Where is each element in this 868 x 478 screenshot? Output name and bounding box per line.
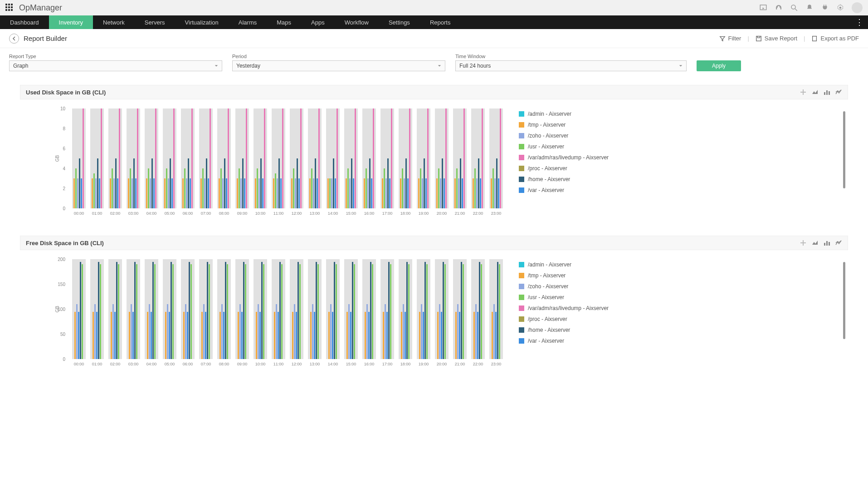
bar[interactable] xyxy=(349,178,351,208)
nav-item-settings[interactable]: Settings xyxy=(379,15,420,29)
bar-chart-icon[interactable] xyxy=(823,239,830,246)
bar[interactable] xyxy=(297,262,299,360)
bar[interactable] xyxy=(76,304,78,359)
nav-item-virtualization[interactable]: Virtualization xyxy=(175,15,229,29)
bar[interactable] xyxy=(440,178,441,208)
bar[interactable] xyxy=(97,158,98,208)
bar[interactable] xyxy=(403,304,404,359)
add-icon[interactable] xyxy=(800,89,807,96)
bar[interactable] xyxy=(317,264,319,359)
bar[interactable] xyxy=(298,178,300,208)
bar[interactable] xyxy=(182,178,184,208)
bar[interactable] xyxy=(245,264,246,359)
bar[interactable] xyxy=(200,178,202,208)
bar[interactable] xyxy=(256,312,257,360)
bar[interactable] xyxy=(385,178,387,208)
bar[interactable] xyxy=(368,312,370,360)
bar[interactable] xyxy=(259,312,261,360)
bar[interactable] xyxy=(173,108,175,208)
nav-more-icon[interactable]: ⋮ xyxy=(851,15,868,29)
bar[interactable] xyxy=(367,178,369,208)
bar[interactable] xyxy=(261,262,263,360)
bar[interactable] xyxy=(355,108,356,208)
bar[interactable] xyxy=(238,312,239,360)
bar[interactable] xyxy=(204,178,205,208)
bar[interactable] xyxy=(201,312,203,360)
nav-item-apps[interactable]: Apps xyxy=(301,15,335,29)
bar[interactable] xyxy=(237,178,238,208)
bar[interactable] xyxy=(457,304,458,359)
bar[interactable] xyxy=(279,262,281,360)
bar[interactable] xyxy=(117,178,118,208)
bar[interactable] xyxy=(443,262,444,360)
bar[interactable] xyxy=(331,178,332,208)
bar[interactable] xyxy=(239,168,240,208)
bar[interactable] xyxy=(294,304,295,359)
bar[interactable] xyxy=(151,312,152,360)
bar[interactable] xyxy=(500,108,501,208)
bar[interactable] xyxy=(98,262,99,360)
bar[interactable] xyxy=(79,158,80,208)
legend-item[interactable]: /tmp - Aixserver xyxy=(519,270,839,281)
bar[interactable] xyxy=(151,158,153,208)
bar[interactable] xyxy=(426,264,428,359)
bar[interactable] xyxy=(208,178,209,208)
bar[interactable] xyxy=(185,304,186,359)
bar[interactable] xyxy=(373,108,374,208)
bar[interactable] xyxy=(385,304,386,359)
bar[interactable] xyxy=(171,178,173,208)
bar[interactable] xyxy=(317,178,318,208)
bar[interactable] xyxy=(152,262,154,360)
bar[interactable] xyxy=(348,304,350,359)
bar[interactable] xyxy=(335,178,336,208)
bar[interactable] xyxy=(82,264,83,359)
legend-scrollbar[interactable] xyxy=(843,111,845,188)
bar[interactable] xyxy=(150,178,151,208)
bar[interactable] xyxy=(463,108,465,208)
bar[interactable] xyxy=(133,158,135,208)
bar[interactable] xyxy=(390,264,391,359)
bar[interactable] xyxy=(423,312,424,360)
bar[interactable] xyxy=(475,304,477,359)
bar[interactable] xyxy=(83,108,84,208)
bar[interactable] xyxy=(492,312,493,360)
nav-item-dashboard[interactable]: Dashboard xyxy=(0,15,49,29)
bar[interactable] xyxy=(353,178,354,208)
bar[interactable] xyxy=(111,312,112,360)
bar[interactable] xyxy=(223,312,224,360)
bar[interactable] xyxy=(112,168,113,208)
bar[interactable] xyxy=(228,108,229,208)
legend-item[interactable]: /home - Aixserver xyxy=(519,174,839,185)
bar[interactable] xyxy=(346,312,348,360)
bar[interactable] xyxy=(491,178,492,208)
bar[interactable] xyxy=(137,108,138,208)
apps-grid-icon[interactable] xyxy=(5,4,14,12)
bar[interactable] xyxy=(113,178,115,208)
bar[interactable] xyxy=(280,178,282,208)
bar[interactable] xyxy=(441,312,442,360)
area-chart-icon[interactable] xyxy=(811,89,819,96)
legend-item[interactable]: /var - Aixserver xyxy=(519,335,839,346)
bar[interactable] xyxy=(425,178,427,208)
bar[interactable] xyxy=(316,262,317,360)
bar[interactable] xyxy=(165,312,166,360)
bar[interactable] xyxy=(498,178,499,208)
bar[interactable] xyxy=(336,108,338,208)
bar[interactable] xyxy=(333,158,334,208)
bar[interactable] xyxy=(154,264,156,359)
bar[interactable] xyxy=(187,312,188,360)
bar[interactable] xyxy=(364,178,365,208)
bar[interactable] xyxy=(346,178,347,208)
bar[interactable] xyxy=(479,262,480,360)
bar[interactable] xyxy=(407,178,409,208)
gear-icon[interactable] xyxy=(836,4,844,12)
bar[interactable] xyxy=(171,262,172,360)
bar[interactable] xyxy=(128,178,129,208)
bar[interactable] xyxy=(119,108,120,208)
bar[interactable] xyxy=(210,108,211,208)
legend-item[interactable]: /tmp - Aixserver xyxy=(519,119,839,130)
bar[interactable] xyxy=(462,178,463,208)
bar[interactable] xyxy=(458,178,459,208)
bar[interactable] xyxy=(352,262,353,360)
bar[interactable] xyxy=(149,304,150,359)
